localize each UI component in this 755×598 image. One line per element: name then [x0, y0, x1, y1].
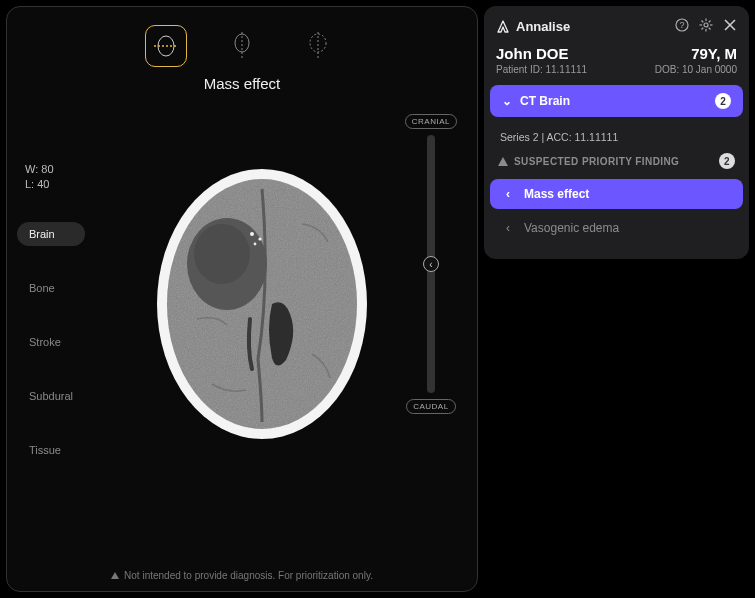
patient-name: John DOE: [496, 45, 569, 62]
findings-sidebar: Annalise ? John DOE 79Y, M Patient ID: 1…: [484, 6, 749, 259]
orientation-coronal-button[interactable]: [297, 25, 339, 67]
finding-vasogenic-edema[interactable]: ‹ Vasogenic edema: [490, 213, 743, 243]
svg-point-12: [250, 232, 254, 236]
chevron-down-icon: ⌄: [502, 94, 512, 108]
study-section-bar[interactable]: ⌄ CT Brain 2: [490, 85, 743, 117]
slider-label-cranial: CRANIAL: [405, 114, 457, 129]
series-label: Series 2 | ACC: 11.11111: [484, 117, 749, 153]
finding-title: Mass effect: [17, 75, 467, 92]
svg-text:?: ?: [679, 20, 684, 30]
disclaimer-text: Not intended to provide diagnosis. For p…: [17, 564, 467, 583]
svg-point-13: [258, 237, 261, 240]
finding-label: Vasogenic edema: [524, 221, 619, 235]
orientation-row: [17, 25, 467, 67]
scan-area[interactable]: CRANIAL CAUDAL: [17, 104, 467, 564]
slider-track[interactable]: [427, 135, 435, 393]
svg-line-23: [709, 28, 711, 30]
help-icon[interactable]: ?: [675, 18, 689, 35]
annalise-logo-icon: [496, 20, 510, 34]
svg-point-11: [194, 224, 250, 284]
head-axial-icon: [153, 33, 179, 59]
study-label: CT Brain: [520, 94, 570, 108]
gear-icon[interactable]: [699, 18, 713, 35]
svg-line-24: [709, 21, 711, 23]
head-coronal-icon: [305, 31, 331, 61]
slider-label-caudal: CAUDAL: [406, 399, 455, 414]
orientation-sagittal-button[interactable]: [221, 25, 263, 67]
patient-dob: DOB: 10 Jan 0000: [655, 64, 737, 75]
warning-icon: [111, 572, 119, 579]
close-icon[interactable]: [723, 18, 737, 35]
chevron-left-icon: ‹: [502, 187, 514, 201]
patient-id: Patient ID: 11.11111: [496, 64, 587, 75]
finding-mass-effect[interactable]: ‹ Mass effect: [490, 179, 743, 209]
slice-slider[interactable]: CRANIAL CAUDAL: [405, 114, 457, 414]
svg-line-22: [702, 21, 704, 23]
svg-line-25: [702, 28, 704, 30]
svg-point-17: [704, 23, 708, 27]
svg-point-14: [254, 243, 257, 246]
orientation-axial-button[interactable]: [145, 25, 187, 67]
study-count-badge: 2: [715, 93, 731, 109]
finding-label: Mass effect: [524, 187, 589, 201]
patient-block: John DOE 79Y, M Patient ID: 11.11111 DOB…: [484, 45, 749, 85]
patient-age-sex: 79Y, M: [691, 45, 737, 62]
head-sagittal-icon: [229, 31, 255, 61]
brand: Annalise: [496, 19, 570, 34]
ct-brain-image: [142, 154, 382, 454]
warning-icon: [498, 157, 508, 166]
priority-header: SUSPECTED PRIORITY FINDING 2: [484, 153, 749, 175]
slider-thumb[interactable]: [423, 256, 439, 272]
priority-count-badge: 2: [719, 153, 735, 169]
chevron-left-icon: ‹: [502, 221, 514, 235]
image-viewer: Mass effect W: 80 L: 40 Brain Bone Strok…: [6, 6, 478, 592]
